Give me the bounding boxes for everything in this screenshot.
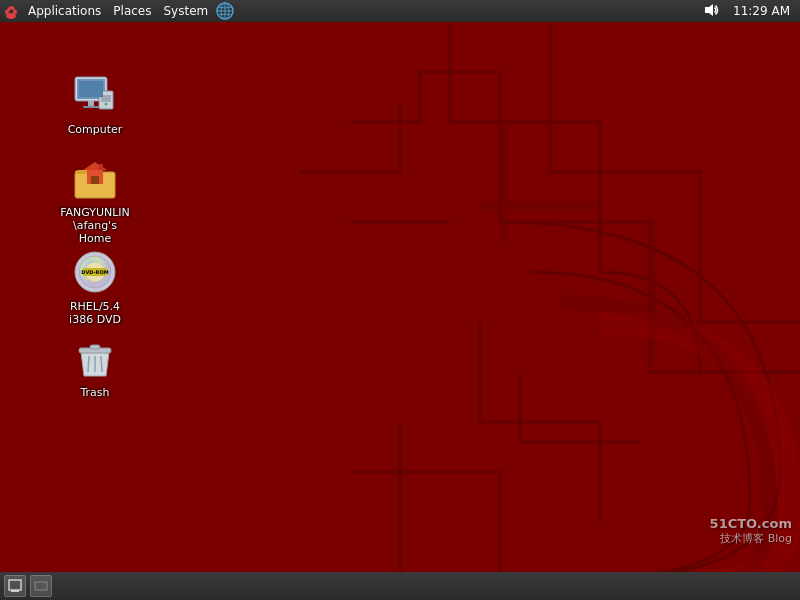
top-panel: Applications Places System — [0, 0, 800, 22]
dvd-icon[interactable]: DVD-ROM RHEL/5.4 i386 DVD — [55, 244, 135, 330]
svg-rect-41 — [9, 580, 21, 590]
svg-rect-15 — [650, 222, 656, 362]
computer-icon-image — [71, 71, 119, 119]
bottom-panel — [0, 572, 800, 600]
clock[interactable]: 11:29 AM — [727, 4, 796, 18]
gnome-foot-icon[interactable] — [0, 0, 22, 22]
volume-icon[interactable] — [699, 2, 723, 21]
svg-line-38 — [88, 356, 89, 372]
trash-icon[interactable]: Trash — [55, 330, 135, 403]
taskbar-button[interactable] — [30, 575, 52, 597]
dvd-icon-image: DVD-ROM — [71, 248, 119, 296]
svg-rect-27 — [91, 176, 99, 184]
watermark: 51CTO.com 技术博客 Blog — [710, 516, 792, 546]
applications-menu[interactable]: Applications — [22, 0, 107, 22]
home-icon[interactable]: FANGYUNLIN\afang'sHome — [55, 150, 135, 250]
svg-rect-18 — [88, 101, 94, 106]
home-label: FANGYUNLIN\afang'sHome — [59, 206, 131, 246]
svg-rect-28 — [99, 164, 103, 170]
show-desktop-button[interactable] — [4, 575, 26, 597]
desktop: Computer FANGYUNLIN\afang'sHome — [0, 22, 800, 578]
svg-point-5 — [10, 6, 12, 10]
computer-icon[interactable]: Computer — [55, 67, 135, 140]
svg-rect-43 — [35, 582, 47, 590]
svg-marker-25 — [83, 162, 107, 170]
svg-text:DVD-ROM: DVD-ROM — [81, 269, 108, 275]
svg-marker-10 — [705, 4, 713, 16]
panel-left: Applications Places System — [0, 0, 236, 22]
home-icon-image — [71, 154, 119, 202]
svg-point-22 — [105, 103, 108, 106]
dvd-label: RHEL/5.4 i386 DVD — [59, 300, 131, 326]
svg-rect-13 — [500, 122, 508, 242]
svg-rect-12 — [480, 202, 600, 210]
trash-icon-image — [71, 334, 119, 382]
system-menu[interactable]: System — [157, 0, 214, 22]
svg-rect-19 — [83, 106, 99, 108]
panel-right: 11:29 AM — [699, 0, 800, 22]
trash-label: Trash — [80, 386, 109, 399]
computer-label: Computer — [68, 123, 123, 136]
svg-line-40 — [101, 356, 102, 372]
places-menu[interactable]: Places — [107, 0, 157, 22]
svg-rect-42 — [11, 590, 19, 592]
svg-rect-37 — [90, 345, 100, 349]
svg-rect-23 — [79, 81, 103, 97]
network-icon[interactable] — [214, 0, 236, 22]
